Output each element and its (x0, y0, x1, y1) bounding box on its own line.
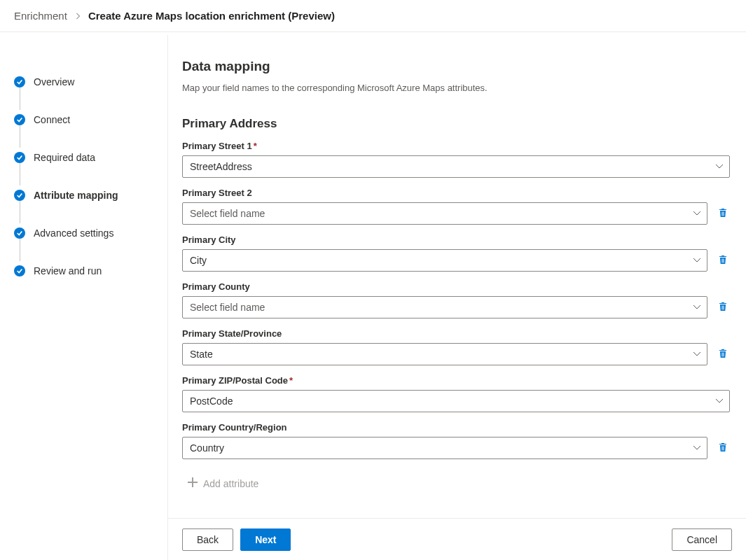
add-attribute-button[interactable]: Add attribute (182, 469, 264, 489)
trash-icon (717, 254, 728, 267)
breadcrumb: Enrichment Create Azure Maps location en… (0, 0, 746, 32)
add-attribute-label: Add attribute (203, 478, 258, 489)
plus-icon (188, 477, 198, 489)
sidebar-item-overview[interactable]: Overview (14, 63, 167, 101)
trash-icon (717, 207, 728, 220)
check-icon (14, 152, 25, 163)
chevron-right-icon (74, 10, 81, 22)
sidebar-item-connect[interactable]: Connect (14, 101, 167, 139)
page-description: Map your field names to the correspondin… (182, 83, 732, 93)
dropdown-primary-county[interactable]: Select field name (182, 296, 707, 318)
sidebar-item-label: Overview (34, 76, 74, 88)
wizard-footer: Back Next Cancel (168, 518, 746, 560)
field-label: Primary State/Province (182, 328, 732, 339)
trash-icon (717, 442, 728, 455)
dropdown-primary-city[interactable]: City (182, 249, 707, 272)
sidebar-item-required-data[interactable]: Required data (14, 139, 167, 176)
field-label: Primary City (182, 234, 732, 245)
chevron-down-icon (693, 302, 701, 313)
field-label: Primary ZIP/Postal Code* (182, 375, 732, 386)
field-label: Primary County (182, 281, 732, 292)
sidebar-item-attribute-mapping[interactable]: Attribute mapping (14, 176, 167, 214)
field-primary-country: Primary Country/Region Country (182, 422, 732, 459)
wizard-sidebar: Overview Connect Required data Attribute… (0, 35, 168, 560)
check-icon (14, 76, 25, 88)
field-label: Primary Country/Region (182, 422, 732, 433)
delete-button[interactable] (714, 252, 731, 269)
sidebar-item-review-and-run[interactable]: Review and run (14, 252, 167, 290)
chevron-down-icon (693, 255, 701, 266)
chevron-down-icon (693, 208, 701, 219)
delete-button[interactable] (714, 299, 731, 316)
check-icon (14, 227, 25, 239)
trash-icon (717, 301, 728, 314)
section-title: Primary Address (182, 117, 732, 131)
field-primary-street-1: Primary Street 1* StreetAddress (182, 141, 732, 178)
cancel-button[interactable]: Cancel (672, 528, 732, 551)
field-label: Primary Street 2 (182, 188, 732, 198)
field-primary-county: Primary County Select field name (182, 281, 732, 318)
dropdown-primary-country[interactable]: Country (182, 437, 707, 459)
delete-button[interactable] (714, 346, 731, 363)
dropdown-primary-state[interactable]: State (182, 343, 707, 365)
sidebar-item-label: Advanced settings (34, 227, 113, 239)
breadcrumb-current: Create Azure Maps location enrichment (P… (88, 10, 335, 22)
delete-button[interactable] (714, 440, 731, 456)
back-button[interactable]: Back (182, 528, 233, 551)
field-primary-city: Primary City City (182, 234, 732, 272)
field-label: Primary Street 1* (182, 141, 732, 151)
chevron-down-icon (715, 161, 724, 172)
main-panel: Data mapping Map your field names to the… (168, 35, 746, 560)
field-primary-street-2: Primary Street 2 Select field name (182, 188, 732, 225)
sidebar-item-label: Required data (34, 152, 95, 163)
dropdown-primary-street-1[interactable]: StreetAddress (182, 155, 730, 178)
field-primary-zip: Primary ZIP/Postal Code* PostCode (182, 375, 732, 412)
breadcrumb-parent[interactable]: Enrichment (14, 10, 67, 22)
sidebar-item-label: Review and run (34, 265, 102, 276)
trash-icon (717, 348, 728, 361)
sidebar-item-advanced-settings[interactable]: Advanced settings (14, 214, 167, 252)
check-icon (14, 114, 25, 125)
sidebar-item-label: Connect (34, 114, 70, 125)
sidebar-item-label: Attribute mapping (34, 190, 118, 201)
check-icon (14, 190, 25, 201)
chevron-down-icon (693, 442, 701, 454)
next-button[interactable]: Next (240, 528, 291, 551)
chevron-down-icon (693, 349, 701, 360)
chevron-down-icon (715, 396, 724, 407)
dropdown-primary-street-2[interactable]: Select field name (182, 202, 707, 225)
page-title: Data mapping (182, 59, 732, 74)
delete-button[interactable] (714, 205, 731, 222)
dropdown-primary-zip[interactable]: PostCode (182, 390, 730, 412)
check-icon (14, 265, 25, 276)
field-primary-state: Primary State/Province State (182, 328, 732, 365)
